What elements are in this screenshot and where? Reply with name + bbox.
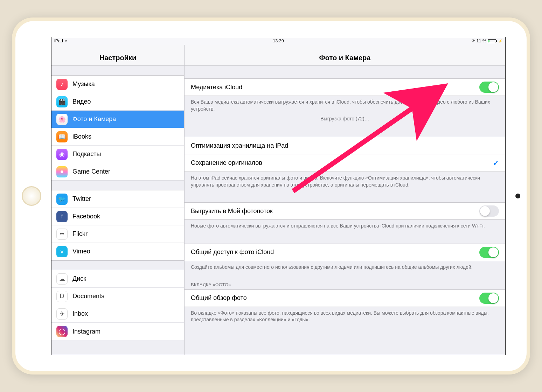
sidebar-item-label: Instagram: [72, 328, 100, 335]
sidebar-item-music[interactable]: ♪Музыка: [51, 76, 184, 93]
section-footer: Вся Ваша медиатека автоматически выгружа…: [185, 96, 505, 114]
documents-icon: D: [56, 291, 68, 302]
ipad-frame: iPad 13:39 11 % Настройки ♪Музыка🎬Видео🌸…: [12, 18, 530, 374]
toggle-photostream[interactable]: [479, 205, 499, 217]
row-label: Медиатека iCloud: [191, 84, 479, 91]
sidebar-item-vimeo[interactable]: vVimeo: [51, 243, 184, 260]
home-button[interactable]: [22, 186, 41, 206]
sidebar-item-label: Inbox: [72, 310, 88, 317]
sidebar-item-disk[interactable]: ☁Диск: [51, 270, 184, 288]
instagram-icon: ◯: [56, 326, 68, 337]
sidebar-item-documents[interactable]: DDocuments: [51, 288, 184, 305]
upload-progress: Выгрузка фото (72)…: [185, 114, 505, 124]
row-photo-overview[interactable]: Общий обзор фото: [185, 289, 505, 307]
sidebar-item-photos[interactable]: 🌸Фото и Камера: [51, 111, 184, 128]
facebook-icon: f: [56, 211, 68, 222]
ipad-bezel: iPad 13:39 11 % Настройки ♪Музыка🎬Видео🌸…: [15, 21, 527, 371]
sidebar-item-label: Vimeo: [72, 248, 90, 255]
sidebar-list[interactable]: ♪Музыка🎬Видео🌸Фото и Камера📖iBooks◉Подка…: [51, 66, 184, 355]
front-camera: [515, 194, 520, 198]
row-label: Оптимизация хранилища на iPad: [191, 142, 499, 149]
settings-sidebar: Настройки ♪Музыка🎬Видео🌸Фото и Камера📖iB…: [51, 45, 185, 355]
sidebar-item-gamecenter[interactable]: ●Game Center: [51, 163, 184, 181]
screen: iPad 13:39 11 % Настройки ♪Музыка🎬Видео🌸…: [51, 37, 506, 355]
row-keep-originals[interactable]: Сохранение оригиналов✓: [185, 154, 505, 172]
sidebar-item-label: iBooks: [72, 133, 91, 140]
ibooks-icon: 📖: [56, 131, 68, 142]
sidebar-item-label: Game Center: [72, 168, 110, 175]
sidebar-item-podcasts[interactable]: ◉Подкасты: [51, 146, 184, 163]
detail-body[interactable]: Медиатека iCloudВся Ваша медиатека автом…: [185, 66, 505, 332]
sidebar-item-label: Фото и Камера: [72, 115, 116, 123]
toggle-photo-overview[interactable]: [479, 293, 499, 304]
sidebar-item-label: Подкасты: [72, 150, 101, 158]
sidebar-title: Настройки: [51, 45, 184, 66]
row-label: Общий доступ к фото iCloud: [191, 248, 479, 256]
music-icon: ♪: [56, 79, 68, 90]
inbox-icon: ✈: [56, 308, 68, 320]
section-footer: На этом iPad сейчас хранятся оригиналы ф…: [185, 172, 505, 190]
orientation-lock-icon: [472, 38, 475, 43]
row-label: Общий обзор фото: [191, 294, 479, 302]
sidebar-item-label: Facebook: [72, 213, 100, 220]
flickr-icon: ••: [56, 229, 68, 240]
row-optimize[interactable]: Оптимизация хранилища на iPad: [185, 137, 505, 154]
detail-pane: Фото и Камера Медиатека iCloudВся Ваша м…: [185, 45, 505, 355]
sidebar-item-facebook[interactable]: fFacebook: [51, 208, 184, 225]
battery-percent: 11 %: [477, 38, 487, 43]
detail-title: Фото и Камера: [185, 45, 505, 66]
sidebar-item-label: Twitter: [72, 195, 91, 203]
sidebar-item-label: Видео: [72, 98, 91, 105]
clock: 13:39: [273, 38, 284, 43]
podcasts-icon: ◉: [56, 149, 68, 160]
disk-icon: ☁: [56, 273, 68, 285]
sidebar-item-label: Музыка: [72, 80, 95, 88]
photos-icon: 🌸: [56, 114, 68, 125]
row-shared-icloud[interactable]: Общий доступ к фото iCloud: [185, 244, 505, 261]
sidebar-item-twitter[interactable]: 🐦Twitter: [51, 190, 184, 208]
row-icloud-library[interactable]: Медиатека iCloud: [185, 78, 505, 96]
section-footer: Создайте альбомы для совместного использ…: [185, 261, 505, 272]
toggle-icloud-library[interactable]: [479, 82, 499, 93]
gamecenter-icon: ●: [56, 166, 68, 177]
wifi-icon: [64, 38, 69, 44]
toggle-shared-icloud[interactable]: [479, 247, 499, 258]
sidebar-item-ibooks[interactable]: 📖iBooks: [51, 128, 184, 146]
sidebar-item-flickr[interactable]: ••Flickr: [51, 225, 184, 243]
twitter-icon: 🐦: [56, 194, 68, 205]
sidebar-item-instagram[interactable]: ◯Instagram: [51, 323, 184, 340]
charging-icon: [498, 38, 502, 43]
section-footer: Во вкладке «Фото» показаны все фото, нах…: [185, 307, 505, 325]
vimeo-icon: v: [56, 246, 68, 257]
sidebar-item-video[interactable]: 🎬Видео: [51, 93, 184, 111]
checkmark-icon: ✓: [493, 159, 499, 167]
battery-icon: [488, 39, 496, 43]
sidebar-item-label: Диск: [72, 275, 86, 282]
sidebar-item-label: Flickr: [72, 230, 88, 238]
sidebar-item-label: Documents: [72, 293, 104, 300]
device-label: iPad: [54, 38, 63, 43]
status-bar: iPad 13:39 11 %: [51, 37, 505, 45]
section-footer: Новые фото автоматически выгружаются и о…: [185, 220, 505, 231]
sidebar-item-inbox[interactable]: ✈Inbox: [51, 305, 184, 323]
row-photostream[interactable]: Выгрузить в Мой фотопоток: [185, 202, 505, 220]
row-label: Выгрузить в Мой фотопоток: [191, 208, 479, 215]
row-label: Сохранение оригиналов: [191, 159, 493, 167]
section-header: ВКЛАДКА «ФОТО»: [185, 280, 505, 289]
video-icon: 🎬: [56, 96, 68, 107]
